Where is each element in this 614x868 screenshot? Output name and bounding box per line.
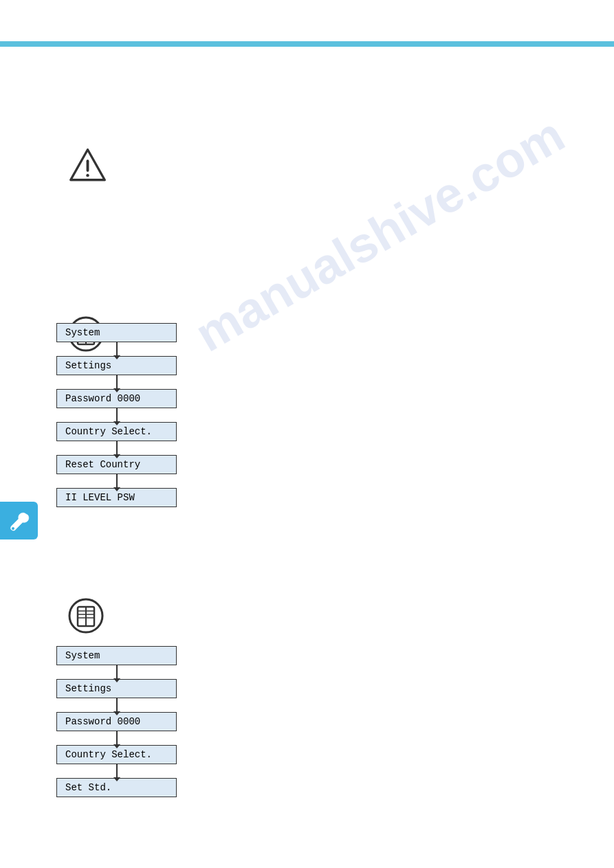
watermark: manualshive.com — [186, 106, 573, 362]
arrow-4 — [116, 441, 118, 455]
flow-diagram-1: System Settings Password 0000 Country Se… — [56, 323, 177, 507]
arrow-7 — [116, 698, 118, 712]
arrow-1 — [116, 342, 118, 356]
arrow-9 — [116, 764, 118, 778]
arrow-8 — [116, 731, 118, 745]
flow-box-system-1: System — [56, 323, 177, 342]
svg-point-2 — [86, 174, 89, 177]
arrow-5 — [116, 474, 118, 488]
arrow-6 — [116, 665, 118, 679]
tool-tab[interactable] — [0, 502, 38, 539]
flow-diagram-2: System Settings Password 0000 Country Se… — [56, 646, 177, 797]
wrench-icon — [9, 511, 30, 531]
warning-icon — [69, 148, 107, 186]
svg-point-12 — [12, 527, 14, 530]
arrow-3 — [116, 408, 118, 422]
flow-box-system-2: System — [56, 646, 177, 665]
top-bar — [0, 41, 614, 47]
arrow-2 — [116, 375, 118, 389]
book-icon-2 — [68, 598, 104, 636]
